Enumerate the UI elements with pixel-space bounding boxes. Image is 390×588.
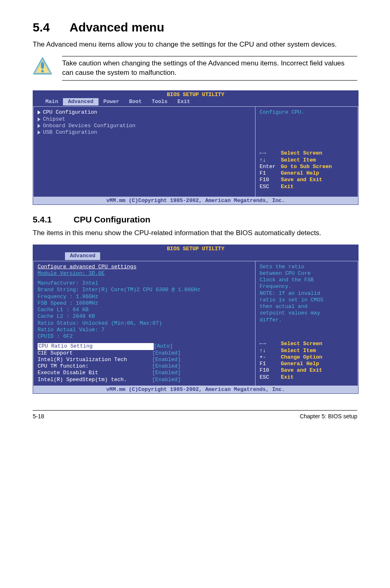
option-cpu-tm-function: CPU TM function:[Enabled]	[38, 363, 251, 370]
bios-tab-bar: Advanced	[33, 252, 358, 260]
subsection-heading: 5.4.1CPU Configuration	[33, 215, 357, 224]
cpu-info-line: Ratio Actual Value: 7	[38, 327, 251, 333]
svg-point-3	[41, 70, 44, 72]
cpu-settings-heading: Configure advanced CPU settings	[38, 264, 137, 270]
page-footer: 5-18 Chapter 5: BIOS setup	[33, 410, 357, 420]
cpu-info-line: Ratio Status: Unlocked (Min:06, Max:07)	[38, 320, 251, 327]
bios-screenshot-advanced-menu: BIOS SETUP UTILITY Main Advanced Power B…	[33, 90, 359, 205]
bios-right-pane: Sets the ratio between CPU Core Clock an…	[255, 261, 358, 386]
menu-item-cpu-configuration: CPU Configuration	[38, 109, 251, 116]
module-version: Module Version: 3D.0E	[38, 270, 251, 277]
bios-tab-tools: Tools	[147, 98, 173, 105]
help-line: ratio is set in CMOS	[260, 297, 354, 303]
page-number: 5-18	[33, 413, 44, 420]
help-line: between CPU Core	[260, 270, 354, 277]
menu-item-onboard-devices: Onboard Devices Configuration	[38, 123, 251, 129]
svg-point-2	[41, 62, 44, 69]
bios-tab-main: Main	[40, 98, 63, 105]
bios-tab-exit: Exit	[173, 98, 195, 105]
triangle-icon	[38, 130, 40, 135]
chapter-label: Chapter 5: BIOS setup	[300, 413, 357, 420]
bios-footer: vMM.mm (C)Copyright 1985-2002, American …	[33, 386, 358, 393]
caution-icon	[33, 56, 52, 77]
bios-left-pane: Configure advanced CPU settings Module V…	[33, 261, 255, 386]
section-intro: The Advanced menu items allow you to cha…	[33, 40, 357, 49]
option-execute-disable-bit: Execute Disable Bit[Enabled]	[38, 370, 251, 376]
bios-title: BIOS SETUP UTILITY	[33, 245, 358, 252]
bios-tab-advanced: Advanced	[65, 252, 100, 260]
help-line: NOTE: If an invalid	[260, 290, 354, 297]
bios-key-legend: ←→Select Screen ↑↓Select Item +-Change O…	[260, 341, 354, 381]
cpu-info-line: Brand String: Inter(R) Core(TM)2 CPU 630…	[38, 287, 251, 293]
help-line: Sets the ratio	[260, 264, 354, 270]
bios-footer: vMM.mm (C)Copyright 1985-2002, American …	[33, 197, 358, 204]
menu-item-usb-configuration: USB Configuration	[38, 129, 251, 136]
bios-tab-boot: Boot	[124, 98, 147, 105]
bios-tab-bar: Main Advanced Power Boot Tools Exit	[33, 98, 358, 106]
bios-key-legend: ←→Select Screen ↑↓Select Item EnterGo to…	[260, 150, 354, 190]
bios-help-text: Configure CPU.	[260, 109, 354, 116]
triangle-icon	[38, 110, 40, 114]
section-heading: 5.4Advanced menu	[33, 20, 357, 34]
option-cpu-ratio-setting: CPU Ratio Setting[Auto]	[38, 343, 251, 350]
section-title-text: Advanced menu	[69, 20, 164, 34]
bios-tab-power: Power	[99, 98, 124, 105]
help-line: setpoint values may	[260, 310, 354, 316]
cpu-info-line: Frequency : 1.86GHz	[38, 294, 251, 300]
subsection-title-text: CPU Configuration	[74, 215, 150, 224]
section-number: 5.4	[33, 20, 69, 34]
help-line: Frequency.	[260, 283, 354, 290]
bios-title: BIOS SETUP UTILITY	[33, 91, 358, 98]
bios-screenshot-cpu-configuration: BIOS SETUP UTILITY Advanced Configure ad…	[33, 245, 359, 394]
option-virtualization-tech: Intel(R) Virtualization Tech[Enabled]	[38, 357, 251, 363]
subsection-intro: The items in this menu show the CPU-rela…	[33, 229, 357, 238]
help-line: differ.	[260, 317, 354, 323]
cpu-info-line: Cache L1 : 64 KB	[38, 307, 251, 313]
option-c1e-support: C1E Support[Enabled]	[38, 350, 251, 357]
cpu-info-line: Manufacturer: Intel	[38, 280, 251, 287]
bios-right-pane: Configure CPU. ←→Select Screen ↑↓Select …	[255, 106, 358, 197]
cpu-info-line: FSB Speed : 1066MHz	[38, 300, 251, 307]
help-line: Clock and the FSB	[260, 277, 354, 283]
note-block: Take caution when changing the settings …	[33, 56, 357, 81]
help-line: then actual and	[260, 303, 354, 310]
triangle-icon	[38, 117, 40, 121]
subsection-number: 5.4.1	[33, 215, 74, 224]
option-speedstep-tech: Intel(R) SpeedStep(tm) tech.[Enabled]	[38, 377, 251, 383]
note-text: Take caution when changing the settings …	[62, 59, 345, 76]
triangle-icon	[38, 124, 40, 128]
cpu-info-line: Cache L2 : 2048 KB	[38, 313, 251, 320]
bios-left-pane: CPU Configuration Chipset Onboard Device…	[33, 106, 255, 197]
bios-tab-advanced: Advanced	[63, 98, 98, 105]
cpu-info-line: CPUID : 6F2	[38, 333, 251, 340]
menu-item-chipset: Chipset	[38, 116, 251, 123]
